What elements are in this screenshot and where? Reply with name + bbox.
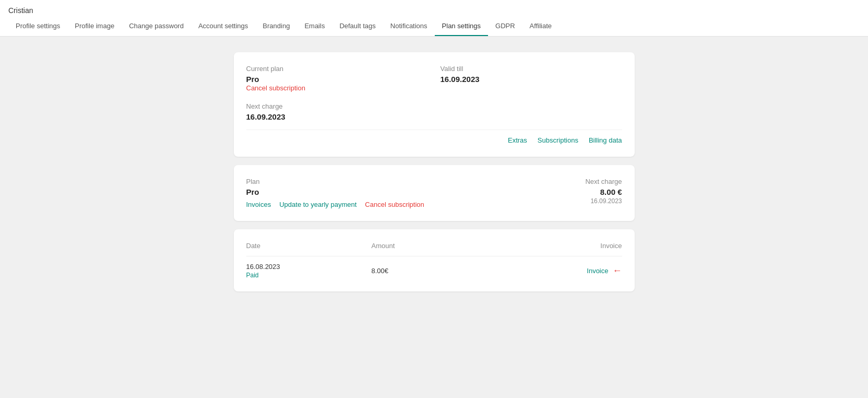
plan-cancel-subscription-link[interactable]: Cancel subscription (365, 201, 424, 208)
billing-data-link[interactable]: Billing data (589, 136, 622, 144)
current-plan-section: Current plan Pro Cancel subscription Nex… (246, 65, 428, 121)
arrow-right-icon: ← (613, 265, 622, 276)
tab-change-password[interactable]: Change password (122, 17, 191, 36)
invoices-link[interactable]: Invoices (246, 201, 271, 208)
invoice-header: Invoice (497, 242, 622, 250)
plan-next-charge-amount: 8.00 € (585, 188, 622, 196)
amount-cell: 8.00€ (372, 267, 497, 275)
plan-next-charge-label: Next charge (585, 178, 622, 185)
tab-default-tags[interactable]: Default tags (332, 17, 383, 36)
plan-next-charge: Next charge 8.00 € 16.09.2023 (585, 178, 622, 205)
date-header: Date (246, 242, 372, 250)
nav-tabs: Profile settings Profile image Change pa… (8, 17, 860, 36)
invoice-table-header: Date Amount Invoice (246, 242, 622, 256)
plan-name: Pro (246, 188, 424, 196)
invoice-download-link[interactable]: Invoice (587, 267, 608, 275)
current-plan-label: Current plan (246, 65, 428, 73)
row-status: Paid (246, 272, 372, 279)
tab-profile-image[interactable]: Profile image (67, 17, 122, 36)
plan-links: Invoices Update to yearly payment Cancel… (246, 201, 424, 208)
subscriptions-link[interactable]: Subscriptions (538, 136, 578, 144)
current-plan-card: Current plan Pro Cancel subscription Nex… (234, 52, 635, 157)
invoice-cell: Invoice ← (497, 265, 622, 276)
update-to-yearly-link[interactable]: Update to yearly payment (279, 201, 356, 208)
tab-gdpr[interactable]: GDPR (488, 17, 522, 36)
next-charge-date: 16.09.2023 (246, 112, 428, 121)
next-charge-label: Next charge (246, 102, 428, 110)
tab-emails[interactable]: Emails (297, 17, 332, 36)
plan-card-header: Plan Pro Invoices Update to yearly payme… (246, 178, 622, 208)
user-name: Cristian (8, 0, 860, 17)
invoice-table: Date Amount Invoice 16.08.2023 Paid 8.00… (246, 242, 622, 279)
table-row: 16.08.2023 Paid 8.00€ Invoice ← (246, 256, 622, 279)
amount-header: Amount (372, 242, 497, 250)
tab-profile-settings[interactable]: Profile settings (8, 17, 67, 36)
valid-till-section: Valid till 16.09.2023 (441, 65, 622, 121)
current-plan-name: Pro (246, 75, 428, 84)
cancel-subscription-link[interactable]: Cancel subscription (246, 84, 305, 92)
tab-account-settings[interactable]: Account settings (191, 17, 255, 36)
plan-label: Plan (246, 178, 424, 185)
current-plan-actions: Extras Subscriptions Billing data (246, 130, 622, 144)
plan-card: Plan Pro Invoices Update to yearly payme… (234, 165, 635, 221)
tab-affiliate[interactable]: Affiliate (522, 17, 559, 36)
date-cell: 16.08.2023 Paid (246, 263, 372, 279)
tab-notifications[interactable]: Notifications (383, 17, 435, 36)
tab-branding[interactable]: Branding (255, 17, 297, 36)
tab-plan-settings[interactable]: Plan settings (435, 17, 488, 36)
plan-left: Plan Pro Invoices Update to yearly payme… (246, 178, 424, 208)
plan-next-charge-date: 16.09.2023 (585, 197, 622, 205)
valid-till-label: Valid till (441, 65, 622, 73)
row-date: 16.08.2023 (246, 263, 372, 271)
extras-link[interactable]: Extras (508, 136, 527, 144)
invoice-card: Date Amount Invoice 16.08.2023 Paid 8.00… (234, 229, 635, 291)
valid-till-date: 16.09.2023 (441, 75, 622, 84)
